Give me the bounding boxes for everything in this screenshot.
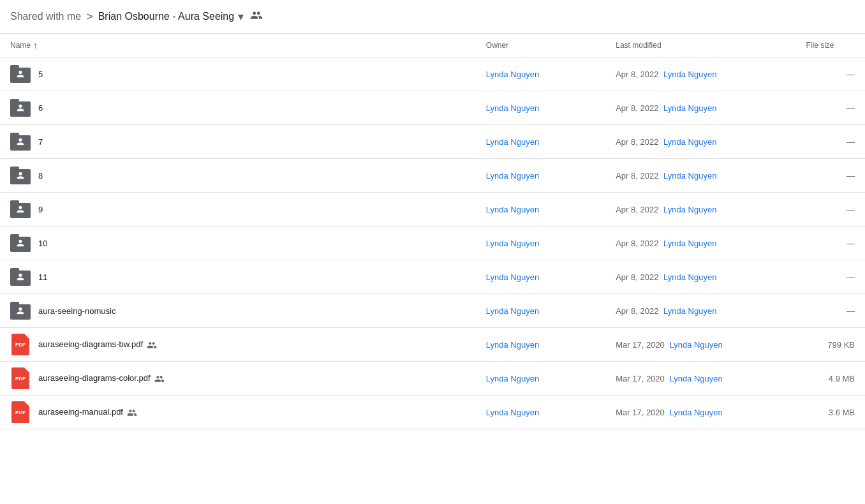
owner-cell: Lynda Nguyen — [476, 226, 605, 260]
shared-icon — [154, 373, 165, 383]
file-name: 8 — [38, 171, 43, 181]
name-cell: aura-seeing-nomusic — [10, 300, 466, 321]
file-name: 7 — [38, 137, 43, 147]
owner-cell: Lynda Nguyen — [476, 260, 605, 294]
size-cell: 3.6 MB — [796, 396, 865, 429]
modified-cell: Mar 17, 2020 Lynda Nguyen — [605, 396, 795, 429]
modifier-name: Lynda Nguyen — [663, 137, 716, 147]
file-name: auraseeing-diagrams-color.pdf — [38, 373, 165, 383]
file-name: auraseeing-manual.pdf — [38, 406, 137, 417]
size-cell: — — [796, 193, 865, 226]
owner-cell: Lynda Nguyen — [476, 294, 605, 328]
name-cell: PDF auraseeing-diagrams-color.pdf — [10, 368, 466, 389]
file-table: Name ↑ Owner Last modified File size — [0, 34, 865, 429]
modified-cell: Mar 17, 2020 Lynda Nguyen — [605, 328, 795, 362]
owner-cell: Lynda Nguyen — [476, 57, 605, 91]
modified-cell: Apr 8, 2022 Lynda Nguyen — [605, 260, 795, 294]
folder-icon — [10, 267, 31, 287]
pdf-icon: PDF — [10, 402, 31, 422]
size-cell: — — [796, 57, 865, 91]
name-cell: 5 — [10, 64, 466, 84]
folder-icon — [10, 64, 31, 84]
file-name: aura-seeing-nomusic — [38, 306, 115, 316]
pdf-icon: PDF — [10, 334, 31, 355]
folder-icon — [10, 233, 31, 253]
breadcrumb-current: Brian Osbourne - Aura Seeing ▾ — [98, 9, 263, 24]
size-cell: — — [796, 226, 865, 260]
name-cell: 7 — [10, 131, 466, 152]
owner-cell: Lynda Nguyen — [476, 125, 605, 159]
file-name: 5 — [38, 70, 43, 79]
modified-cell: Apr 8, 2022 Lynda Nguyen — [605, 294, 795, 328]
modified-cell: Apr 8, 2022 Lynda Nguyen — [605, 57, 795, 91]
modifier-name: Lynda Nguyen — [669, 340, 722, 350]
modified-cell: Apr 8, 2022 Lynda Nguyen — [605, 125, 795, 159]
modified-cell: Apr 8, 2022 Lynda Nguyen — [605, 91, 795, 125]
size-cell: — — [796, 294, 865, 328]
modified-cell: Mar 17, 2020 Lynda Nguyen — [605, 362, 795, 396]
modifier-name: Lynda Nguyen — [663, 103, 716, 113]
table-row[interactable]: 7Lynda NguyenApr 8, 2022 Lynda Nguyen— — [0, 125, 865, 159]
name-cell: 11 — [10, 267, 466, 287]
table-row[interactable]: aura-seeing-nomusicLynda NguyenApr 8, 20… — [0, 294, 865, 328]
name-cell: 10 — [10, 233, 466, 253]
modifier-name: Lynda Nguyen — [669, 374, 722, 383]
folder-dropdown-icon[interactable]: ▾ — [238, 10, 244, 24]
name-cell: 8 — [10, 165, 466, 186]
owner-cell: Lynda Nguyen — [476, 193, 605, 226]
size-cell: — — [796, 159, 865, 193]
table-row[interactable]: 6Lynda NguyenApr 8, 2022 Lynda Nguyen— — [0, 91, 865, 125]
size-cell: — — [796, 125, 865, 159]
table-row[interactable]: 11Lynda NguyenApr 8, 2022 Lynda Nguyen— — [0, 260, 865, 294]
owner-cell: Lynda Nguyen — [476, 362, 605, 396]
size-cell: 4.9 MB — [796, 362, 865, 396]
modifier-name: Lynda Nguyen — [663, 70, 716, 79]
file-name: 11 — [38, 272, 47, 282]
modified-cell: Apr 8, 2022 Lynda Nguyen — [605, 226, 795, 260]
table-row[interactable]: 9Lynda NguyenApr 8, 2022 Lynda Nguyen— — [0, 193, 865, 226]
file-name: 10 — [38, 239, 47, 248]
file-name: 9 — [38, 205, 43, 214]
owner-cell: Lynda Nguyen — [476, 91, 605, 125]
modified-cell: Apr 8, 2022 Lynda Nguyen — [605, 193, 795, 226]
column-header-size[interactable]: File size — [796, 34, 865, 57]
shared-icon — [147, 339, 157, 349]
folder-icon — [10, 131, 31, 152]
people-icon[interactable] — [250, 9, 263, 24]
column-header-name[interactable]: Name ↑ — [0, 34, 476, 57]
table-row[interactable]: 5Lynda NguyenApr 8, 2022 Lynda Nguyen— — [0, 57, 865, 91]
column-header-owner[interactable]: Owner — [476, 34, 605, 57]
file-name: auraseeing-diagrams-bw.pdf — [38, 339, 157, 350]
file-name: 6 — [38, 103, 43, 113]
owner-cell: Lynda Nguyen — [476, 328, 605, 362]
modifier-name: Lynda Nguyen — [663, 306, 716, 316]
name-cell: PDF auraseeing-diagrams-bw.pdf — [10, 334, 466, 355]
sort-arrow-icon: ↑ — [33, 40, 38, 50]
breadcrumb-separator: > — [86, 10, 93, 24]
table-row[interactable]: PDF auraseeing-diagrams-bw.pdf Lynda Ngu… — [0, 328, 865, 362]
modifier-name: Lynda Nguyen — [663, 205, 716, 214]
shared-icon — [127, 406, 137, 417]
folder-icon — [10, 165, 31, 186]
owner-cell: Lynda Nguyen — [476, 159, 605, 193]
folder-icon — [10, 300, 31, 321]
modifier-name: Lynda Nguyen — [663, 239, 716, 248]
owner-cell: Lynda Nguyen — [476, 396, 605, 429]
size-cell: 799 KB — [796, 328, 865, 362]
modifier-name: Lynda Nguyen — [663, 272, 716, 282]
name-cell: 6 — [10, 98, 466, 118]
breadcrumb-parent-link[interactable]: Shared with me — [10, 11, 81, 22]
table-row[interactable]: PDF auraseeing-diagrams-color.pdf Lynda … — [0, 362, 865, 396]
column-header-modified[interactable]: Last modified — [605, 34, 795, 57]
modifier-name: Lynda Nguyen — [663, 171, 716, 181]
size-cell: — — [796, 260, 865, 294]
breadcrumb-current-label: Brian Osbourne - Aura Seeing — [98, 11, 234, 22]
modified-cell: Apr 8, 2022 Lynda Nguyen — [605, 159, 795, 193]
table-row[interactable]: 8Lynda NguyenApr 8, 2022 Lynda Nguyen— — [0, 159, 865, 193]
folder-icon — [10, 98, 31, 118]
pdf-icon: PDF — [10, 368, 31, 389]
size-cell: — — [796, 91, 865, 125]
name-cell: 9 — [10, 199, 466, 219]
table-row[interactable]: PDF auraseeing-manual.pdf Lynda NguyenMa… — [0, 396, 865, 429]
table-row[interactable]: 10Lynda NguyenApr 8, 2022 Lynda Nguyen— — [0, 226, 865, 260]
